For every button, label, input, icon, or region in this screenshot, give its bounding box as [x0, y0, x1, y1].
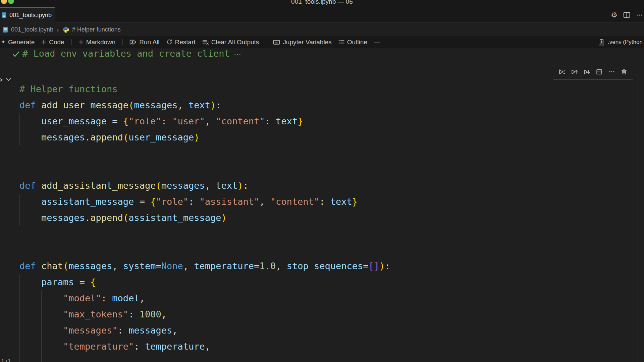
- toolbar-code[interactable]: Code: [41, 39, 64, 46]
- toolbar-generate[interactable]: Generate: [1, 39, 35, 46]
- notebook-toolbar: GenerateCodeMarkdownRun AllRestartClear …: [0, 36, 644, 48]
- code-line: "model": model,: [19, 290, 145, 306]
- breadcrumb-separator: ›: [57, 26, 59, 34]
- toolbar-outline[interactable]: Outline: [338, 39, 367, 46]
- editor-actions: ⚙: [611, 7, 643, 23]
- execute-below-icon[interactable]: [583, 67, 591, 76]
- plus-icon: [41, 39, 47, 45]
- toolbar-label: Markdown: [86, 39, 116, 46]
- tab-label: 001_tools.ipynb: [9, 12, 52, 19]
- code-area[interactable]: # Helper functionsdef add_user_message(m…: [19, 81, 623, 362]
- title-bar: 001_tools.ipynb — 06: [0, 0, 644, 7]
- code-line: def chat(messages, system=None, temperat…: [19, 258, 390, 274]
- toolbar-label: Restart: [175, 39, 196, 46]
- toolbar-markdown[interactable]: Markdown: [78, 39, 116, 46]
- toolbar-separator: [266, 39, 266, 45]
- split-cell-icon[interactable]: [595, 67, 604, 76]
- sparkle-icon: [1, 40, 6, 45]
- more-icon: [374, 39, 380, 46]
- notebook-icon: [1, 12, 7, 18]
- breadcrumb-label: # Helper functions: [72, 26, 121, 33]
- gear-icon[interactable]: ⚙: [611, 11, 618, 19]
- indent-guide: [19, 113, 20, 145]
- outline-icon: [338, 39, 345, 45]
- toolbar-clear-all-outputs[interactable]: Clear All Outputs: [202, 39, 259, 46]
- cell-action-toolbar: [553, 64, 633, 80]
- breadcrumb-label: 001_tools.ipynb: [11, 26, 53, 33]
- toolbar-label: Outline: [347, 39, 367, 46]
- delete-cell-icon[interactable]: [620, 67, 629, 76]
- breadcrumb-item[interactable]: # Helper functions: [62, 26, 121, 33]
- more-icon[interactable]: [636, 12, 643, 18]
- indent-guide: [19, 194, 20, 226]
- toolbar-restart[interactable]: Restart: [166, 39, 196, 46]
- kernel-label: .venv (Python 3.9.6: [608, 39, 644, 46]
- restart-icon: [166, 39, 173, 46]
- fold-ellipsis[interactable]: ⋯: [234, 50, 242, 59]
- breadcrumb: 001_tools.ipynb›# Helper functions: [0, 23, 644, 36]
- collapsed-cell[interactable]: # Load env variables and create client ⋯: [12, 48, 242, 59]
- indent-guide: [41, 290, 42, 362]
- chevron-down-icon[interactable]: [6, 77, 11, 82]
- execution-count: [2]: [1, 359, 11, 362]
- collapsed-cell-comment: # Load env variables and create client: [22, 48, 230, 59]
- toolbar-label: Clear All Outputs: [211, 39, 259, 46]
- variables-icon: (x): [273, 39, 280, 46]
- toolbar-separator: [122, 39, 123, 45]
- vscode-window: 001_tools.ipynb — 06 001_tools.ipynb ⚙ 0…: [0, 0, 644, 362]
- code-line: def add_assistant_message(messages, text…: [19, 178, 249, 194]
- plus-icon: [78, 39, 84, 45]
- breadcrumb-item[interactable]: 001_tools.ipynb: [3, 26, 53, 33]
- run-all-icon: [129, 39, 137, 46]
- code-line: messages.append(user_message): [19, 129, 200, 145]
- toolbar-run-all[interactable]: Run All: [129, 39, 159, 46]
- toolbar-more-icon[interactable]: [374, 39, 380, 46]
- split-editor-icon[interactable]: [623, 12, 630, 18]
- notebook-icon: [3, 26, 8, 33]
- code-line: "messages": messages,: [19, 322, 177, 339]
- tab-001-tools-ipynb[interactable]: 001_tools.ipynb: [0, 7, 55, 23]
- execute-above-icon[interactable]: [570, 67, 579, 76]
- python-icon: [62, 26, 69, 33]
- window-title: 001_tools.ipynb — 06: [0, 0, 644, 5]
- code-line: "temperature": temperature,: [19, 339, 210, 355]
- kernel-picker[interactable]: .venv (Python 3.9.6: [598, 36, 644, 48]
- cell-divider: [7, 60, 637, 60]
- indent-guide: [19, 274, 20, 362]
- toolbar-label: Code: [49, 39, 64, 46]
- run-cell-icon[interactable]: [0, 77, 3, 83]
- code-line: messages.append(assistant_message): [19, 210, 227, 226]
- code-line: assistant_message = {"role": "assistant"…: [19, 194, 358, 210]
- svg-text:(x): (x): [275, 41, 278, 44]
- clear-outputs-icon: [202, 39, 209, 45]
- execute-cell-icon[interactable]: [558, 67, 567, 76]
- editor-tab-bar: 001_tools.ipynb ⚙: [0, 7, 644, 23]
- toolbar-label: Jupyter Variables: [283, 39, 331, 46]
- more-icon[interactable]: [607, 67, 616, 76]
- toolbar-label: Generate: [8, 39, 35, 46]
- code-line: params = {: [19, 274, 96, 290]
- kernel-icon: [598, 39, 605, 46]
- check-icon: [12, 50, 20, 58]
- notebook-toolbar-items: GenerateCodeMarkdownRun AllRestartClear …: [1, 39, 387, 46]
- toolbar-label: Run All: [139, 39, 159, 46]
- toolbar-separator: [71, 39, 72, 45]
- code-line: def add_user_message(messages, text):: [19, 97, 221, 113]
- toolbar-jupyter-variables[interactable]: (x)Jupyter Variables: [273, 39, 331, 46]
- notebook-editor: # Load env variables and create client ⋯…: [0, 48, 644, 362]
- code-line: user_message = {"role": "user", "content…: [19, 113, 303, 129]
- code-line: # Helper functions: [19, 81, 118, 97]
